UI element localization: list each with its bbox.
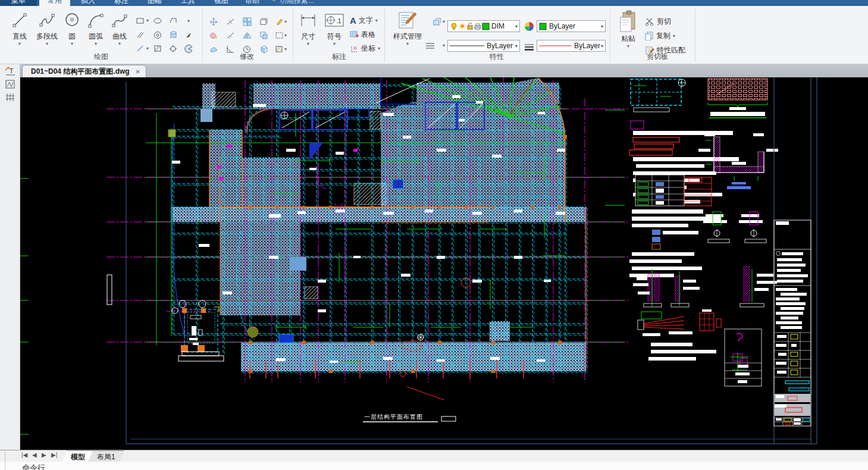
coordinate-button[interactable]: 坐标▾: [350, 43, 380, 54]
ribbon-tab-view[interactable]: 视图: [206, 0, 237, 6]
edit-pencil-icon[interactable]: [274, 17, 284, 27]
layer-select[interactable]: DIM ▾: [447, 20, 520, 32]
copy-button[interactable]: 复制▾: [645, 31, 675, 41]
lightbulb-icon: ☀: [271, 0, 277, 3]
circle-button[interactable]: 圆▾: [63, 10, 81, 46]
hatch-palette-icon[interactable]: [4, 92, 17, 104]
point-icon[interactable]: [183, 15, 194, 26]
dropdown-arrow[interactable]: ▾: [443, 43, 445, 48]
pier-details: [633, 267, 777, 307]
break-icon[interactable]: [225, 17, 236, 27]
dropdown-arrow[interactable]: ▾: [284, 33, 287, 38]
symbol-icon: .1: [324, 10, 345, 31]
spline-button[interactable]: 曲线▾: [109, 10, 130, 46]
hatch-icon[interactable]: [152, 43, 163, 54]
move-icon[interactable]: [208, 17, 219, 27]
scissors-icon: [645, 17, 654, 26]
color-select[interactable]: ByLayer ▾: [537, 20, 606, 32]
box-3d-icon[interactable]: [258, 44, 269, 54]
dropdown-arrow[interactable]: ▾: [443, 19, 445, 24]
text-style-icon: A: [350, 15, 356, 26]
light-line-icon[interactable]: [134, 43, 145, 54]
paste-button[interactable]: 粘贴▾: [616, 10, 640, 48]
symbol-button[interactable]: .1 符号▾: [324, 10, 345, 46]
block-palette-icon[interactable]: [4, 79, 17, 90]
layer-tools-icon[interactable]: [432, 17, 443, 27]
svg-text:T: T: [9, 68, 14, 74]
left-tool-strip: T: [0, 64, 20, 470]
menu-button[interactable]: 菜单: [0, 0, 37, 6]
ribbon-separator: [202, 8, 203, 62]
dropdown-arrow[interactable]: ▾: [146, 46, 149, 51]
svg-text:一层结构平面布置图: 一层结构平面布置图: [364, 413, 423, 420]
rotate-icon[interactable]: [242, 44, 252, 54]
ribbon-tab-insert[interactable]: 插入: [73, 0, 104, 6]
parallel-lines-icon[interactable]: [134, 30, 145, 40]
ribbon-tab-home[interactable]: 常用: [39, 0, 70, 6]
chamfer-icon[interactable]: [225, 44, 236, 54]
dropdown-arrow[interactable]: ▾: [146, 18, 149, 23]
notes-block-2: [629, 209, 721, 277]
arc-icon: [84, 10, 107, 31]
prev-sheet-button[interactable]: ◀: [32, 452, 37, 458]
linetype-select[interactable]: ByLayer ▾: [447, 40, 520, 52]
svg-text:.1: .1: [336, 18, 341, 24]
erase-icon[interactable]: [208, 30, 219, 40]
arc-button[interactable]: 圆弧▾: [84, 10, 107, 46]
layer-freeze-sun-icon: [458, 22, 466, 30]
text-style-tool-icon[interactable]: T: [4, 65, 17, 77]
linetype-list-icon[interactable]: [425, 40, 435, 51]
drawing-svg[interactable]: 一层结构平面布置图: [20, 77, 868, 450]
ribbon-separator: [610, 8, 610, 62]
tab-layout1[interactable]: 布局1: [88, 450, 124, 462]
gear-icon[interactable]: [168, 43, 178, 54]
style-manager-icon: [389, 10, 426, 31]
ribbon-tab-annotate[interactable]: 标注: [106, 0, 137, 6]
polyline-button[interactable]: 多段线▾: [33, 10, 61, 46]
stretch-icon[interactable]: [208, 44, 219, 54]
style-manager-button[interactable]: 样式管理▾: [389, 10, 426, 46]
command-line-row[interactable]: 命令行: [0, 462, 868, 470]
rectangle-icon[interactable]: [134, 15, 145, 26]
arrow-icon[interactable]: [183, 30, 194, 40]
dimension-button[interactable]: 尺寸▾: [297, 10, 319, 46]
mirror-icon[interactable]: [242, 30, 252, 40]
overlap-rects-icon[interactable]: [258, 30, 269, 40]
drawing-canvas[interactable]: 一层结构平面布置图: [20, 77, 868, 450]
copy-object-icon[interactable]: [258, 17, 269, 27]
hatch-fill-icon[interactable]: [274, 44, 284, 54]
ribbon-tab-tools[interactable]: 工具: [173, 0, 203, 6]
line-button[interactable]: 直线▾: [8, 10, 31, 46]
polygon-icon[interactable]: [168, 15, 178, 26]
sector-icon[interactable]: [183, 43, 194, 54]
color-wheel-icon[interactable]: [524, 21, 534, 32]
document-tab[interactable]: D01~D04 结构平面布置图.dwg ×: [22, 65, 146, 77]
array-icon[interactable]: [242, 17, 252, 27]
cut-button[interactable]: 剪切: [645, 17, 671, 27]
match-properties-button[interactable]: 特性匹配: [645, 45, 685, 55]
last-sheet-button[interactable]: ▶|: [51, 452, 57, 458]
table-button[interactable]: 表格: [350, 30, 375, 40]
function-search-input[interactable]: 功能搜索...: [280, 0, 339, 6]
corner-detail-box: [725, 329, 762, 386]
details-panel: [629, 79, 778, 386]
lineweight-select[interactable]: ByLayer ▾: [537, 40, 606, 52]
next-sheet-button[interactable]: ▶: [42, 452, 46, 458]
copy-icon: [645, 32, 654, 40]
cylinder-icon[interactable]: [168, 30, 178, 40]
cad-application-window: 菜单 常用 插入 标注 图幅 工具 视图 帮助 ☀ 功能搜索... 绘图 直线▾…: [0, 0, 868, 470]
donut-icon[interactable]: [152, 30, 163, 40]
first-sheet-button[interactable]: |◀: [21, 452, 27, 458]
divide-icon[interactable]: [225, 30, 236, 40]
dropdown-arrow[interactable]: ▾: [284, 46, 287, 52]
dashed-rect-icon[interactable]: [274, 30, 284, 40]
ribbon-tab-sheet[interactable]: 图幅: [139, 0, 170, 6]
lineweight-icon[interactable]: [524, 42, 534, 52]
dropdown-arrow[interactable]: ▾: [284, 19, 287, 24]
ribbon-tab-help[interactable]: 帮助: [238, 0, 267, 6]
ellipse-icon[interactable]: [152, 15, 163, 26]
close-tab-icon[interactable]: ×: [136, 67, 140, 76]
ribbon: 绘图 直线▾ 多段线▾ 圆▾ 圆弧▾: [0, 6, 868, 64]
text-button[interactable]: A 文字▾: [350, 15, 378, 26]
polyline-icon: [33, 10, 61, 31]
